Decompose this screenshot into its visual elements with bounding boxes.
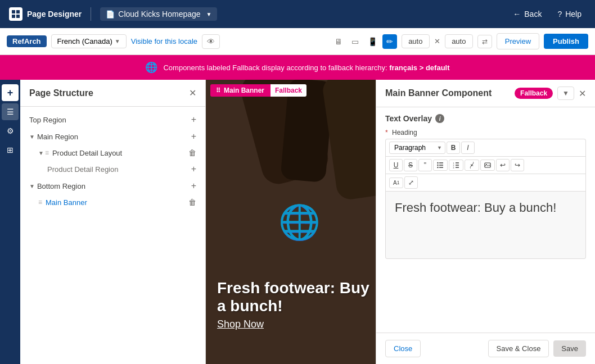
add-bottom-region-button[interactable]: + [191,181,196,191]
page-structure-close-button[interactable]: ✕ [189,88,196,98]
info-icon[interactable]: i [435,114,444,123]
refarch-badge: RefArch [7,35,47,47]
component-drag-icon: ⠿ [216,87,220,94]
swap-dimensions-button[interactable]: ⇄ [477,35,492,48]
bullets-button[interactable] [433,160,448,171]
page-tab[interactable]: 📄 Cloud Kicks Homepage ▼ [100,7,217,21]
left-sidebar-icons: + ☰ ⚙ ⊞ [0,80,20,364]
banner-text-overlay: Fresh footwear: Buy a bunch! Shop Now [217,279,376,330]
mobile-view-button[interactable]: 📱 [364,34,381,49]
eye-button[interactable]: 👁 [202,34,220,49]
format-row-3: A1 ⤢ [386,174,585,192]
underline-button[interactable]: U [389,159,403,171]
app-icon [9,7,22,21]
subscript-button[interactable]: A1 [389,178,403,188]
undo-button[interactable]: ↩ [496,159,510,171]
format-toolbar: Paragraph Heading 1 Heading 2 Heading 3 … [385,139,586,192]
svg-rect-0 [12,10,15,13]
mobile-icon: 📱 [368,37,377,46]
width-field[interactable] [402,34,430,48]
delete-banner-button[interactable]: 🗑 [188,198,196,207]
right-panel-close-button[interactable]: ✕ [579,88,586,99]
strikethrough-button[interactable]: S [404,159,417,171]
svg-point-19 [486,164,487,165]
format-row-1: Paragraph Heading 1 Heading 2 Heading 3 … [386,139,585,157]
region-label: Product Detail Region [47,165,191,174]
text-content-area[interactable]: Fresh footwear: Buy a bunch! [385,192,586,259]
blockquote-button[interactable]: " [418,159,432,171]
link-button[interactable] [465,160,479,171]
back-button[interactable]: ← Back [508,7,546,21]
height-field[interactable] [445,34,473,48]
bold-button[interactable]: B [447,142,460,154]
list-item[interactable]: Product Detail Region + [20,161,205,178]
list-item[interactable]: ≡ Main Banner 🗑 [20,194,205,210]
components-button[interactable]: ⊞ [2,142,19,158]
svg-text:3: 3 [453,167,454,169]
tablet-icon: ▭ [351,37,359,46]
list-item[interactable]: Top Region + [20,111,205,128]
canvas-content: 🌐 ⠿ Main Banner Fallback Fresh footwear:… [206,80,376,364]
delete-region-button[interactable]: 🗑 [188,148,196,157]
right-panel-dropdown-button[interactable]: ▼ [557,87,574,100]
add-region-button[interactable]: + [191,115,196,125]
list-item[interactable]: ▼ ≡ Product Detail Layout 🗑 [20,145,205,161]
numbering-button[interactable]: 123 [449,160,463,171]
expand-editor-button[interactable]: ⤢ [404,176,418,189]
redo-button[interactable]: ↪ [511,159,524,171]
list-item[interactable]: ▼ Main Region + [20,128,205,145]
view-icons: 🖥 ▭ 📱 ✏ [331,34,397,49]
paragraph-select-wrapper[interactable]: Paragraph Heading 1 Heading 2 Heading 3 … [389,142,445,154]
expand-icon: ▼ [29,183,35,189]
right-panel: Main Banner Component Fallback ▼ ✕ Text … [376,80,595,364]
tablet-view-button[interactable]: ▭ [348,34,363,49]
back-label: Back [524,10,542,19]
italic-label: I [467,144,468,152]
close-button[interactable]: Close [385,340,421,357]
image-format-button[interactable] [480,160,495,171]
globe-icon: 🌐 [145,61,157,74]
page-tab-icon: 📄 [106,10,115,19]
drag-handle-icon: ≡ [38,198,42,206]
region-label: Top Region [29,116,191,124]
page-structure-title: Page Structure [29,88,93,98]
desktop-view-button[interactable]: 🖥 [331,34,346,49]
banner-cta-link[interactable]: Shop Now [217,319,264,330]
add-component-button[interactable]: + [2,84,19,101]
structure-panel-button[interactable]: ☰ [2,103,19,120]
svg-point-9 [437,162,438,163]
expand-icon: ▼ [38,150,44,156]
svg-point-10 [437,165,438,166]
heading-text: Fresh footwear: Buy a bunch! [395,201,556,215]
add-main-region-button[interactable]: + [191,131,196,142]
italic-button[interactable]: I [461,142,475,154]
paragraph-select[interactable]: Paragraph Heading 1 Heading 2 Heading 3 [389,142,445,154]
component-label-bar: ⠿ Main Banner Fallback [210,84,306,97]
page-tab-chevron: ▼ [206,11,212,17]
main-banner-label-button[interactable]: ⠿ Main Banner [210,84,270,97]
info-message: Components labeled Fallback display acco… [163,63,449,72]
list-item[interactable]: ▼ Bottom Region + [20,178,205,194]
save-close-button[interactable]: Save & Close [488,340,549,357]
info-hierarchy: français > default [389,63,449,72]
edit-view-button[interactable]: ✏ [382,34,397,49]
nav-divider [91,7,91,21]
banner-shape [321,80,376,201]
info-prefix: Components labeled Fallback display acco… [163,63,389,72]
back-arrow-icon: ← [513,10,521,19]
add-subregion-button[interactable]: + [191,164,196,174]
save-button[interactable]: Save [553,340,586,357]
component-label: Main Banner [46,198,184,207]
settings-button[interactable]: ⚙ [2,122,19,139]
preview-button[interactable]: Preview [497,33,539,49]
svg-rect-1 [16,10,20,13]
locale-dropdown[interactable]: French (Canada) ▼ [51,34,127,48]
globe-overlay-icon: 🌐 [278,202,321,242]
svg-rect-2 [12,15,15,18]
help-button[interactable]: ? Help [553,7,586,21]
banner-component-label: Main Banner [224,87,264,94]
region-label: Bottom Region [37,182,191,190]
publish-button[interactable]: Publish [544,34,588,49]
visible-locale-link[interactable]: Visible for this locale [131,37,197,46]
toolbar: RefArch French (Canada) ▼ Visible for th… [0,28,595,55]
